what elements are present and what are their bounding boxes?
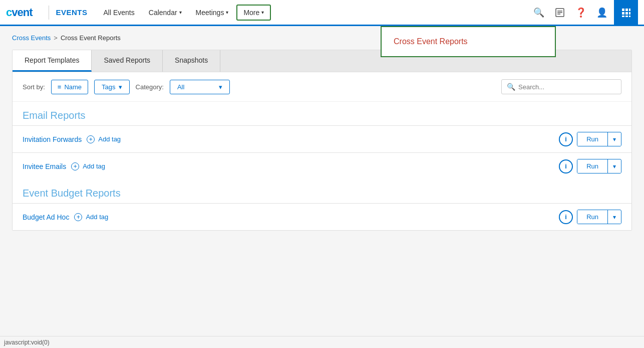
nav-icons: 🔍 ❓ 👤 (530, 0, 638, 26)
nav-link-meetings-label: Meetings (196, 9, 224, 17)
top-nav: cvent EVENTS All Events Calendar ▾ Meeti… (0, 0, 644, 26)
dropdown-cross-event-reports[interactable]: Cross Event Reports (394, 37, 543, 46)
run-button[interactable]: Run (577, 210, 608, 224)
chevron-down-icon: ▾ (179, 10, 182, 15)
invitee-emails-actions: i Run ▾ (559, 159, 621, 173)
user-icon-button[interactable]: 👤 (593, 4, 611, 22)
invitation-forwards-link[interactable]: Invitation Forwards (23, 135, 82, 143)
info-icon-button[interactable]: i (559, 159, 573, 173)
run-button-group: Run ▾ (577, 210, 621, 224)
svg-rect-4 (622, 9, 624, 11)
add-tag-label: Add tag (86, 213, 108, 221)
svg-rect-9 (629, 12, 630, 15)
chevron-down-icon: ▾ (261, 10, 264, 15)
category-chevron-icon: ▾ (219, 83, 222, 91)
add-tag-label: Add tag (83, 162, 105, 170)
sort-name-button[interactable]: ≡ Name (51, 80, 88, 94)
run-dropdown-button[interactable]: ▾ (608, 211, 621, 224)
svg-rect-6 (629, 9, 630, 11)
tab-report-templates[interactable]: Report Templates (13, 50, 92, 72)
search-box[interactable]: 🔍 (501, 79, 621, 94)
svg-rect-11 (625, 16, 628, 17)
logo-c: c (6, 6, 12, 19)
table-row: Budget Ad Hoc + Add tag i Run ▾ (13, 203, 631, 230)
category-label: Category: (136, 83, 164, 91)
tags-dropdown-button[interactable]: Tags ▾ (94, 80, 129, 94)
budget-ad-hoc-actions: i Run ▾ (559, 210, 621, 224)
logo[interactable]: cvent (6, 6, 33, 19)
breadcrumb-separator: > (54, 34, 58, 42)
run-button-group: Run ▾ (577, 159, 621, 173)
run-button[interactable]: Run (577, 132, 608, 146)
breadcrumb-current: Cross Event Reports (61, 34, 121, 42)
logo-text: cvent (6, 6, 33, 19)
invitation-forwards-add-tag-button[interactable]: + Add tag (87, 135, 121, 143)
plus-circle-icon: + (87, 135, 95, 143)
table-row: Invitation Forwards + Add tag i Run ▾ (13, 125, 631, 152)
grid-icon-button[interactable] (614, 0, 638, 26)
logo-vent: vent (12, 6, 32, 19)
run-dropdown-button[interactable]: ▾ (608, 133, 621, 146)
nav-links: All Events Calendar ▾ Meetings ▾ More ▾ (98, 5, 271, 21)
run-button-group: Run ▾ (577, 132, 621, 146)
nav-link-meetings[interactable]: Meetings ▾ (190, 6, 235, 20)
toolbar: Sort by: ≡ Name Tags ▾ Category: All ▾ 🔍 (13, 72, 631, 102)
svg-rect-5 (625, 9, 628, 11)
run-dropdown-button[interactable]: ▾ (608, 160, 621, 173)
help-icon-button[interactable]: ❓ (572, 4, 590, 22)
nav-link-calendar[interactable]: Calendar ▾ (143, 6, 188, 20)
tab-snapshots[interactable]: Snapshots (163, 50, 220, 72)
tab-saved-reports[interactable]: Saved Reports (92, 50, 163, 72)
info-icon-button[interactable]: i (559, 132, 573, 146)
tab-panel: Report Templates Saved Reports Snapshots… (12, 50, 632, 231)
run-button[interactable]: Run (577, 159, 608, 173)
event-budget-reports-section: Event Budget Reports Budget Ad Hoc + Add… (13, 180, 631, 230)
email-reports-section: Email Reports Invitation Forwards + Add … (13, 102, 631, 180)
nav-link-more-label: More (243, 9, 259, 17)
sort-icon: ≡ (58, 83, 62, 91)
invitee-emails-add-tag-button[interactable]: + Add tag (71, 162, 105, 170)
category-value-label: All (177, 83, 216, 91)
tags-label: Tags (102, 83, 115, 91)
chevron-down-icon: ▾ (226, 10, 228, 15)
add-tag-label: Add tag (98, 135, 121, 143)
nav-link-all-events-label: All Events (104, 9, 135, 17)
more-dropdown: Cross Event Reports (381, 26, 556, 57)
category-dropdown-button[interactable]: All ▾ (170, 80, 230, 94)
sort-by-label: Sort by: (23, 83, 45, 91)
sort-name-label: Name (64, 83, 82, 91)
reports-icon-button[interactable] (551, 4, 569, 22)
main-content: Cross Events > Cross Event Reports Repor… (0, 26, 644, 239)
svg-rect-7 (622, 12, 624, 15)
nav-link-calendar-label: Calendar (149, 9, 177, 17)
invitation-forwards-actions: i Run ▾ (559, 132, 621, 146)
plus-circle-icon: + (74, 213, 82, 221)
email-reports-header: Email Reports (13, 102, 631, 125)
budget-ad-hoc-link[interactable]: Budget Ad Hoc (23, 213, 69, 221)
plus-circle-icon: + (71, 162, 79, 170)
search-icon-button[interactable]: 🔍 (530, 4, 548, 22)
svg-rect-8 (625, 12, 628, 15)
search-input[interactable] (518, 83, 616, 91)
nav-link-all-events[interactable]: All Events (98, 6, 141, 20)
search-icon: 🔍 (507, 83, 515, 91)
svg-rect-10 (622, 16, 624, 17)
tags-chevron-icon: ▾ (119, 83, 122, 91)
breadcrumb-parent-link[interactable]: Cross Events (12, 34, 51, 42)
nav-events-label: EVENTS (56, 8, 88, 17)
nav-divider (49, 6, 49, 20)
event-budget-reports-header: Event Budget Reports (13, 180, 631, 203)
nav-link-more[interactable]: More ▾ (236, 5, 271, 21)
info-icon-button[interactable]: i (559, 210, 573, 224)
svg-rect-12 (629, 16, 630, 17)
invitee-emails-link[interactable]: Invitee Emails (23, 162, 66, 170)
table-row: Invitee Emails + Add tag i Run ▾ (13, 152, 631, 180)
budget-ad-hoc-add-tag-button[interactable]: + Add tag (74, 213, 108, 221)
